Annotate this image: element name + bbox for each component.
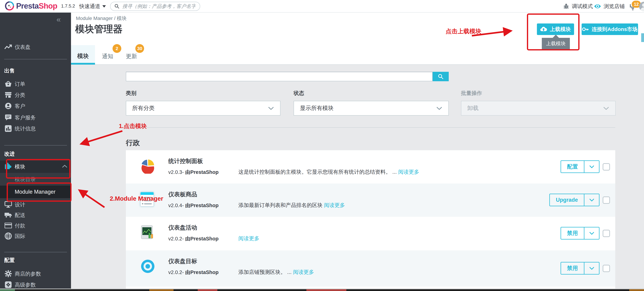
sidebar-subitem-label: Module Manager [15,189,56,195]
category-filter-select[interactable]: 所有分类 [126,101,280,116]
read-more-link[interactable]: 阅读更多 [324,202,345,208]
module-action-split-button: 配置 [560,160,600,173]
globe-icon [4,232,12,240]
module-action-button[interactable]: 禁用 [561,263,584,274]
module-title: 仪表盘活动 [168,224,197,232]
debug-mode-toggle[interactable]: 调试模式 [563,0,593,12]
prestashop-logo-icon [5,1,14,10]
breadcrumb-separator: / [114,15,116,21]
module-row: 仪表板商品 v2.0.4- 由PrestaShop 添加最新订单列表和产品排名的… [126,184,615,217]
sidebar-item-shop-parameters[interactable]: 商店的参数 [0,268,71,280]
brand-name: PrestaShop [16,1,57,10]
tab-label: 模块 [71,52,95,60]
breadcrumb-parent[interactable]: Module Manager [76,15,113,21]
puzzle-icon [4,162,12,170]
arrow-to-module-manager [79,190,104,207]
module-description: 阅读更多 [238,235,260,242]
read-more-link[interactable]: 阅读更多 [293,269,314,275]
tab-modules[interactable]: 模块 [71,45,95,65]
notifications-button[interactable]: 12 [628,2,639,12]
tab-label: 更新 [126,52,137,60]
sidebar-item-payment[interactable]: 付款 [0,220,71,231]
module-checkbox[interactable] [603,163,610,171]
sidebar-section-improve: 改进 [4,150,67,158]
top-bar: PrestaShop 1.7.5.2 快速通道 调试模式 [0,0,644,12]
page-header: Module Manager / 模块 模块管理器 上载模块 连接到Addons… [71,12,644,65]
scrollbar-thumb[interactable] [641,33,644,42]
module-action-dropdown[interactable] [584,228,599,239]
sidebar-subitem-module-manager[interactable]: Module Manager [0,186,71,198]
sidebar-item-customer-service[interactable]: 客户服务 [0,112,71,123]
sidebar-collapse-button[interactable]: « [56,15,61,24]
upload-module-button[interactable]: 上载模块 [537,23,574,35]
sidebar-item-design[interactable]: 设计 [0,199,71,210]
module-action-dropdown[interactable] [584,263,599,274]
module-row: 仪表盘活动 v2.0.2- 由PrestaShop 阅读更多 禁用 [126,217,615,250]
sidebar-divider [4,145,67,145]
module-checkbox[interactable] [603,230,610,237]
sidebar-item-modules[interactable]: 模块 [0,161,71,173]
sidebar-subitem-module-catalog[interactable]: 模块目录 [0,174,71,185]
sidebar-item-label: 仪表盘 [15,44,30,51]
quick-access-menu[interactable]: 快速通道 [79,0,106,12]
module-search-button[interactable] [432,72,449,81]
breadcrumb: Module Manager / 模块 [76,15,126,22]
global-search[interactable] [110,2,200,11]
sidebar-item-stats[interactable]: 统计信息 [0,123,71,134]
chevron-down-icon [589,165,594,168]
status-filter-select[interactable]: 显示所有模块 [294,101,449,116]
chevron-up-icon [62,164,68,169]
page-title: 模块管理器 [75,23,122,35]
upload-module-tooltip: 上载模块 [542,38,570,49]
sidebar-section-configure: 配置 [4,257,67,264]
sidebar-item-customers[interactable]: 客户 [0,100,71,112]
view-shop-link[interactable]: 浏览店铺 [594,0,625,12]
module-checkbox[interactable] [603,196,610,204]
credit-card-icon [4,222,12,230]
read-more-link[interactable]: 阅读更多 [398,169,419,175]
module-checkbox[interactable] [603,265,610,272]
module-list-panel: 统计控制面板 v2.0.3- 由PrestaShop 这是统计控制面板的主模块。… [126,150,615,289]
module-action-button[interactable]: 禁用 [561,228,584,239]
chevron-down-icon [436,106,442,110]
global-search-input[interactable] [122,3,196,9]
sidebar-item-catalog[interactable]: 分类 [0,89,71,101]
module-title: 仪表盘目标 [168,257,197,265]
prestashop-logo[interactable]: PrestaShop 1.7.5.2 [5,1,75,10]
bulk-actions-select[interactable]: 卸载 [461,101,616,116]
chevron-down-icon [603,106,609,110]
debug-toolbar [0,289,644,291]
connect-addons-button[interactable]: 连接到Addons市场 [582,23,638,35]
module-search-input[interactable] [126,72,432,81]
chat-icon [4,113,12,121]
module-action-button[interactable]: Upgrade [550,194,584,206]
tab-updates[interactable]: 更新 30 [124,45,146,65]
sidebar-item-dashboard[interactable]: 仪表盘 [0,41,71,53]
person-icon [4,102,12,110]
annotation-step2: 2.Module Manager [110,195,163,202]
debug-segment-orange [149,289,174,291]
sidebar-item-label: 分类 [15,92,25,99]
pie-chart-icon [140,159,155,174]
module-action-dropdown[interactable] [584,161,599,172]
module-row: 统计控制面板 v2.0.3- 由PrestaShop 这是统计控制面板的主模块。… [126,150,615,184]
cloud-upload-icon [540,27,547,32]
sidebar-subitem-label: 模块目录 [15,176,36,183]
basket-icon [4,80,12,88]
quick-access-label: 快速通道 [79,3,100,10]
module-title: 统计控制面板 [168,157,203,165]
module-action-split-button: Upgrade [549,194,600,206]
bulk-actions-value: 卸载 [467,104,478,112]
module-action-button[interactable]: 配置 [561,161,584,172]
annotation-step1: 1.点击模块 [119,122,147,130]
sidebar-item-shipping[interactable]: 配送 [0,210,71,221]
module-version: v2.0.3- 由PrestaShop [168,169,218,176]
read-more-link[interactable]: 阅读更多 [238,236,260,241]
sidebar-item-international[interactable]: 国际 [0,231,71,242]
module-action-dropdown[interactable] [584,194,599,206]
tab-notifications[interactable]: 通知 2 [100,45,123,65]
chevron-down-icon [268,106,274,110]
bug-icon [563,3,569,9]
module-title: 仪表板商品 [168,191,197,198]
sidebar-item-orders[interactable]: 订单 [0,78,71,90]
